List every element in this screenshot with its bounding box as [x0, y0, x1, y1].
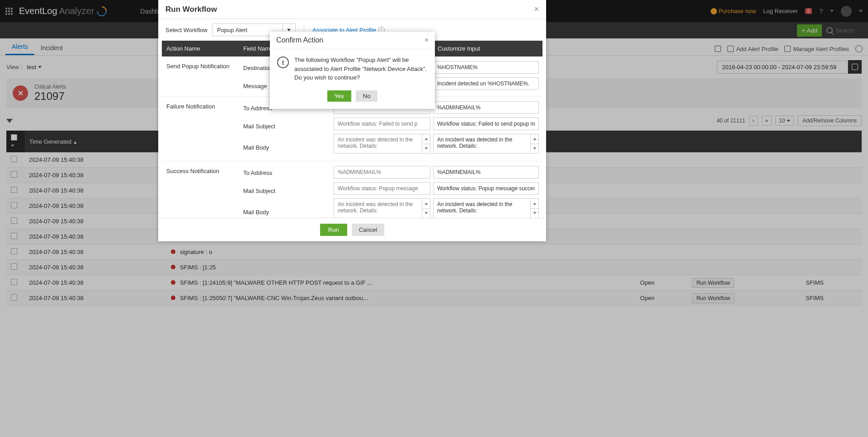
action-name: Success Notification [162, 164, 239, 218]
run-button[interactable]: Run [320, 224, 347, 236]
chevron-down-icon [425, 147, 428, 150]
select-workflow-label: Select Workflow [165, 27, 208, 33]
chevron-up-icon [533, 202, 537, 205]
custom-inputs: An incident was detected in the network.… [433, 99, 542, 157]
confirm-body: ! The following Workflow "Popup Alert" w… [270, 49, 435, 88]
default-input[interactable] [334, 117, 430, 130]
custom-textarea[interactable]: An incident was detected in the network.… [434, 134, 530, 153]
custom-input[interactable] [433, 166, 539, 179]
exclamation-icon: ! [277, 56, 289, 68]
workflow-header: Run Workflow × [158, 0, 546, 19]
chevron-down-icon [533, 212, 537, 214]
confirm-close-icon[interactable]: × [425, 36, 429, 44]
default-textarea-wrap: An incident was detected in the network.… [334, 198, 430, 218]
custom-input[interactable] [433, 182, 539, 195]
chevron-up-icon [533, 138, 537, 140]
default-textarea[interactable]: An incident was detected in the network.… [334, 134, 422, 153]
default-input[interactable] [334, 166, 430, 179]
spinner [422, 134, 430, 153]
spinner-down[interactable] [422, 209, 430, 218]
yes-button[interactable]: Yes [327, 90, 351, 102]
spinner-up[interactable] [422, 134, 430, 144]
spinner-down[interactable] [422, 144, 430, 154]
action-name: Send Popup Notification [162, 59, 239, 93]
default-textarea[interactable]: An incident was detected in the network.… [334, 199, 422, 218]
confirm-header: Confirm Action × [270, 32, 435, 49]
workflow-title: Run Workflow [165, 5, 217, 14]
custom-input[interactable] [433, 77, 539, 90]
confirm-message: The following Workflow "Popup Alert" wil… [294, 56, 428, 82]
workflow-action-row: Success NotificationTo AddressMail Subje… [162, 164, 542, 218]
confirm-footer: Yes No [270, 88, 435, 109]
default-textarea-wrap: An incident was detected in the network.… [334, 134, 430, 154]
custom-inputs: An incident was detected in the network.… [433, 164, 542, 218]
confirm-dialog: Confirm Action × ! The following Workflo… [270, 32, 435, 109]
th-custom: Customize Input [433, 41, 542, 56]
chevron-down-icon [533, 147, 537, 150]
th-action: Action Name [162, 41, 239, 56]
field-label: Mail Body [239, 202, 334, 218]
spinner [530, 134, 538, 153]
chevron-down-icon [287, 29, 291, 31]
action-name: Failure Notification [162, 99, 239, 157]
spinner-up[interactable] [422, 199, 430, 209]
custom-textarea-wrap: An incident was detected in the network.… [433, 134, 539, 154]
field-label: Mail Body [239, 137, 334, 157]
spinner-down[interactable] [531, 209, 538, 218]
confirm-title: Confirm Action [276, 36, 323, 44]
custom-input[interactable] [433, 61, 539, 74]
spinner [422, 199, 430, 218]
custom-textarea-wrap: An incident was detected in the network.… [433, 198, 539, 218]
spinner-up[interactable] [531, 134, 538, 144]
default-input[interactable] [334, 182, 430, 195]
chevron-down-icon [425, 212, 428, 214]
field-label: To Address [239, 166, 334, 179]
custom-inputs [433, 59, 542, 93]
chevron-up-icon [425, 202, 428, 205]
spinner [530, 199, 538, 218]
workflow-close-icon[interactable]: × [534, 5, 539, 14]
spinner-down[interactable] [531, 144, 538, 154]
field-label: Mail Subject [239, 184, 334, 197]
spinner-up[interactable] [531, 199, 538, 209]
workflow-action-row: Failure NotificationTo AddressMail Subje… [162, 99, 542, 161]
cancel-button[interactable]: Cancel [352, 224, 384, 236]
custom-input[interactable] [433, 101, 539, 114]
field-labels: To AddressMail SubjectMail Body [239, 164, 334, 218]
default-inputs: An incident was detected in the network.… [334, 164, 433, 218]
field-label: Mail Subject [239, 119, 334, 133]
custom-input[interactable] [433, 117, 539, 130]
workflow-footer: Run Cancel [158, 218, 546, 241]
no-button[interactable]: No [356, 90, 378, 102]
chevron-up-icon [425, 138, 428, 140]
custom-textarea[interactable]: An incident was detected in the network.… [434, 199, 530, 218]
